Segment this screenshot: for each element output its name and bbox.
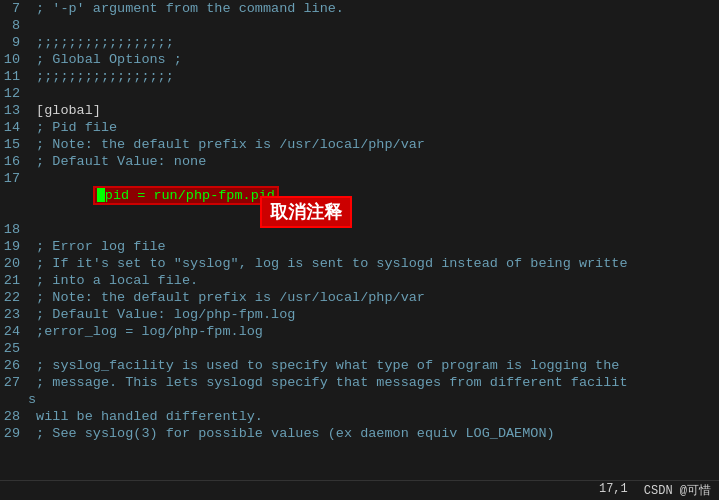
- line-num-23: 23: [0, 306, 28, 323]
- line-8: 8: [0, 17, 719, 34]
- line-content-28s: s: [28, 391, 719, 408]
- line-num-24: 24: [0, 323, 28, 340]
- line-content-22: ; Note: the default prefix is /usr/local…: [28, 289, 719, 306]
- line-28s: s: [0, 391, 719, 408]
- line-num-28s: [0, 391, 28, 408]
- line-content-7: ; '-p' argument from the command line.: [28, 0, 719, 17]
- line-24: 24 ;error_log = log/php-fpm.log: [0, 323, 719, 340]
- line-num-11: 11: [0, 68, 28, 85]
- line-content-24: ;error_log = log/php-fpm.log: [28, 323, 719, 340]
- line-num-28: 28: [0, 408, 28, 425]
- line-content-19: ; Error log file: [28, 238, 719, 255]
- pid-highlight: pid = run/php-fpm.pid: [93, 186, 279, 205]
- line-num-12: 12: [0, 85, 28, 102]
- line-num-20: 20: [0, 255, 28, 272]
- line-content-14: ; Pid file: [28, 119, 719, 136]
- line-content-16: ; Default Value: none: [28, 153, 719, 170]
- line-content-15: ; Note: the default prefix is /usr/local…: [28, 136, 719, 153]
- line-content-21: ; into a local file.: [28, 272, 719, 289]
- annotation-box: 取消注释: [260, 196, 352, 228]
- line-num-7: 7: [0, 0, 28, 17]
- line-27: 27 ; message. This lets syslogd specify …: [0, 374, 719, 391]
- line-num-19: 19: [0, 238, 28, 255]
- line-num-18: 18: [0, 221, 28, 238]
- code-editor: 7 ; '-p' argument from the command line.…: [0, 0, 719, 500]
- line-num-22: 22: [0, 289, 28, 306]
- line-26: 26 ; syslog_facility is used to specify …: [0, 357, 719, 374]
- line-num-16: 16: [0, 153, 28, 170]
- code-area: 7 ; '-p' argument from the command line.…: [0, 0, 719, 480]
- line-num-13: 13: [0, 102, 28, 119]
- line-num-17: 17: [0, 170, 28, 187]
- line-num-29: 29: [0, 425, 28, 442]
- line-content-28: will be handled differently.: [28, 408, 719, 425]
- line-25: 25: [0, 340, 719, 357]
- line-17: 17 pid = run/php-fpm.pid: [0, 170, 719, 221]
- line-content-26: ; syslog_facility is used to specify wha…: [28, 357, 719, 374]
- line-29: 29 ; See syslog(3) for possible values (…: [0, 425, 719, 442]
- line-14: 14 ; Pid file: [0, 119, 719, 136]
- line-16: 16 ; Default Value: none: [0, 153, 719, 170]
- line-28: 28 will be handled differently.: [0, 408, 719, 425]
- line-content-27: ; message. This lets syslogd specify tha…: [28, 374, 719, 391]
- statusbar: 17,1 CSDN @可惜: [0, 480, 719, 500]
- line-num-21: 21: [0, 272, 28, 289]
- line-content-10: ; Global Options ;: [28, 51, 719, 68]
- line-content-11: ;;;;;;;;;;;;;;;;;: [28, 68, 719, 85]
- line-content-13: [global]: [28, 102, 719, 119]
- line-content-9: ;;;;;;;;;;;;;;;;;: [28, 34, 719, 51]
- line-num-25: 25: [0, 340, 28, 357]
- line-content-20: ; If it's set to "syslog", log is sent t…: [28, 255, 719, 272]
- line-num-15: 15: [0, 136, 28, 153]
- line-22: 22 ; Note: the default prefix is /usr/lo…: [0, 289, 719, 306]
- line-num-8: 8: [0, 17, 28, 34]
- line-21: 21 ; into a local file.: [0, 272, 719, 289]
- line-19: 19 ; Error log file: [0, 238, 719, 255]
- cursor-icon: [97, 188, 105, 202]
- line-15: 15 ; Note: the default prefix is /usr/lo…: [0, 136, 719, 153]
- line-13: 13 [global]: [0, 102, 719, 119]
- statusbar-position: 17,1: [599, 482, 628, 499]
- line-10: 10 ; Global Options ;: [0, 51, 719, 68]
- line-20: 20 ; If it's set to "syslog", log is sen…: [0, 255, 719, 272]
- line-num-27: 27: [0, 374, 28, 391]
- line-num-10: 10: [0, 51, 28, 68]
- line-9: 9 ;;;;;;;;;;;;;;;;;: [0, 34, 719, 51]
- line-content-23: ; Default Value: log/php-fpm.log: [28, 306, 719, 323]
- statusbar-source: CSDN @可惜: [644, 482, 711, 499]
- line-num-14: 14: [0, 119, 28, 136]
- line-content-17: pid = run/php-fpm.pid: [28, 170, 719, 221]
- line-23: 23 ; Default Value: log/php-fpm.log: [0, 306, 719, 323]
- line-num-26: 26: [0, 357, 28, 374]
- line-11: 11 ;;;;;;;;;;;;;;;;;: [0, 68, 719, 85]
- line-7: 7 ; '-p' argument from the command line.: [0, 0, 719, 17]
- line-content-29: ; See syslog(3) for possible values (ex …: [28, 425, 719, 442]
- line-18: 18: [0, 221, 719, 238]
- line-12: 12: [0, 85, 719, 102]
- line-num-9: 9: [0, 34, 28, 51]
